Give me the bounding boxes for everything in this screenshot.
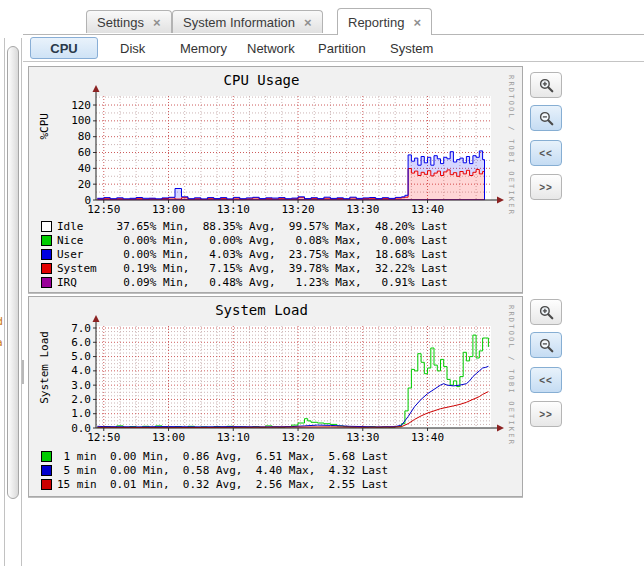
svg-text:13:20: 13:20	[281, 431, 314, 444]
chart-title: System Load	[29, 302, 494, 318]
legend-swatch	[41, 451, 52, 462]
legend-swatch	[41, 249, 52, 260]
close-icon[interactable]: ×	[413, 16, 421, 29]
legend-text: 1 min 0.00 Min, 0.86 Avg, 6.51 Max, 5.68…	[57, 450, 388, 463]
svg-text:4.0: 4.0	[71, 364, 91, 377]
zoom-in-button[interactable]	[530, 72, 562, 98]
svg-text:13:10: 13:10	[217, 203, 250, 216]
scroll-right-button[interactable]: >>	[530, 401, 562, 427]
subtab-bar-border	[23, 61, 644, 62]
rrdtool-credit: RRDTOOL / TOBI OETIKER	[507, 305, 515, 446]
scroll-left-button[interactable]: <<	[530, 140, 562, 166]
tab-settings[interactable]: Settings ×	[86, 10, 172, 33]
legend-row: 5 min 0.00 Min, 0.58 Avg, 4.40 Max, 4.32…	[41, 463, 388, 477]
legend-text: System 0.19% Min, 7.15% Avg, 39.78% Max,…	[57, 262, 448, 275]
svg-text:13:30: 13:30	[346, 431, 379, 444]
svg-text:0: 0	[84, 194, 91, 207]
zoom-in-button[interactable]	[530, 299, 562, 325]
svg-text:100: 100	[71, 114, 91, 127]
zoom-in-icon	[539, 78, 554, 93]
rrdtool-credit: RRDTOOL / TOBI OETIKER	[507, 75, 515, 216]
subtab-disk[interactable]: Disk	[120, 41, 145, 56]
legend-row: Nice 0.00% Min, 0.00% Avg, 0.08% Max, 0.…	[41, 233, 448, 247]
legend-text: User 0.00% Min, 4.03% Avg, 23.75% Max, 1…	[57, 248, 448, 261]
subtab-system[interactable]: System	[390, 41, 433, 56]
svg-text:12:50: 12:50	[87, 203, 120, 216]
legend-row: System 0.19% Min, 7.15% Avg, 39.78% Max,…	[41, 261, 448, 275]
svg-text:13:00: 13:00	[152, 431, 185, 444]
zoom-out-icon	[539, 338, 554, 353]
svg-text:6.0: 6.0	[71, 336, 91, 349]
y-axis-label: System Load	[38, 331, 51, 404]
tab-label: Reporting	[348, 15, 404, 30]
legend-row: 1 min 0.00 Min, 0.86 Avg, 6.51 Max, 5.68…	[41, 449, 388, 463]
legend-swatch	[41, 235, 52, 246]
close-icon[interactable]: ×	[153, 16, 161, 29]
close-icon[interactable]: ×	[304, 16, 312, 29]
legend-row: Idle 37.65% Min, 88.35% Avg, 99.57% Max,…	[41, 219, 448, 233]
reporting-page: d a Settings × System Information × Repo…	[0, 0, 644, 566]
svg-text:2.0: 2.0	[71, 393, 91, 406]
svg-text:13:30: 13:30	[346, 203, 379, 216]
legend-swatch	[41, 465, 52, 476]
zoom-in-icon	[539, 305, 554, 320]
zoom-out-button[interactable]	[530, 332, 562, 358]
svg-text:7.0: 7.0	[71, 322, 91, 335]
scroll-left-button[interactable]: <<	[530, 367, 562, 393]
zoom-out-button[interactable]	[530, 105, 562, 131]
left-scrollbar-thumb[interactable]	[7, 46, 19, 499]
legend-swatch	[41, 221, 52, 232]
legend-row: User 0.00% Min, 4.03% Avg, 23.75% Max, 1…	[41, 247, 448, 261]
legend-text: 5 min 0.00 Min, 0.58 Avg, 4.40 Max, 4.32…	[57, 464, 388, 477]
legend-text: IRQ 0.09% Min, 0.48% Avg, 1.23% Max, 0.9…	[57, 276, 448, 289]
content-left-border	[21, 38, 22, 566]
legend-text: 15 min 0.01 Min, 0.32 Avg, 2.56 Max, 2.5…	[57, 478, 388, 491]
left-panel-border	[4, 38, 5, 566]
cpu-usage-chart: 12:5013:0013:1013:2013:3013:400204060801…	[29, 67, 522, 217]
subtab-network[interactable]: Network	[247, 41, 295, 56]
legend-swatch	[41, 263, 52, 274]
system-load-chart: 12:5013:0013:1013:2013:3013:400.01.02.03…	[29, 297, 522, 447]
cpu-legend: Idle 37.65% Min, 88.35% Avg, 99.57% Max,…	[41, 219, 448, 289]
svg-text:0.0: 0.0	[71, 422, 91, 435]
svg-text:120: 120	[71, 99, 91, 112]
legend-row: IRQ 0.09% Min, 0.48% Avg, 1.23% Max, 0.9…	[41, 275, 448, 289]
clipped-text-fragment: d	[0, 315, 4, 328]
svg-text:5.0: 5.0	[71, 350, 91, 363]
svg-text:3.0: 3.0	[71, 379, 91, 392]
svg-text:60: 60	[78, 146, 91, 159]
svg-text:13:20: 13:20	[281, 203, 314, 216]
system-load-legend: 1 min 0.00 Min, 0.86 Avg, 6.51 Max, 5.68…	[41, 449, 388, 491]
scroll-right-button[interactable]: >>	[530, 174, 562, 200]
zoom-out-icon	[539, 111, 554, 126]
subtab-memory[interactable]: Memory	[180, 41, 227, 56]
legend-swatch	[41, 277, 52, 288]
clipped-text-fragment: a	[0, 336, 4, 349]
splitter-handle[interactable]	[22, 360, 24, 384]
svg-text:20: 20	[78, 178, 91, 191]
system-load-panel: 12:5013:0013:1013:2013:3013:400.01.02.03…	[28, 296, 523, 497]
y-axis-label: %CPU	[38, 113, 51, 140]
svg-text:13:10: 13:10	[217, 431, 250, 444]
svg-text:13:40: 13:40	[411, 431, 444, 444]
subtab-partition[interactable]: Partition	[318, 41, 366, 56]
svg-text:13:40: 13:40	[411, 203, 444, 216]
svg-text:80: 80	[78, 130, 91, 143]
chart-title: CPU Usage	[29, 72, 494, 88]
legend-row: 15 min 0.01 Min, 0.32 Avg, 2.56 Max, 2.5…	[41, 477, 388, 491]
cpu-usage-panel: 12:5013:0013:1013:2013:3013:400204060801…	[28, 66, 523, 293]
tab-bar-border	[23, 34, 644, 35]
svg-text:13:00: 13:00	[152, 203, 185, 216]
legend-swatch	[41, 479, 52, 490]
subtab-cpu[interactable]: CPU	[30, 37, 98, 59]
svg-text:12:50: 12:50	[87, 431, 120, 444]
svg-text:1.0: 1.0	[71, 407, 91, 420]
svg-text:40: 40	[78, 162, 91, 175]
tab-label: System Information	[183, 15, 295, 30]
tab-label: Settings	[97, 15, 144, 30]
tab-reporting[interactable]: Reporting ×	[337, 8, 432, 35]
legend-text: Idle 37.65% Min, 88.35% Avg, 99.57% Max,…	[57, 220, 448, 233]
legend-text: Nice 0.00% Min, 0.00% Avg, 0.08% Max, 0.…	[57, 234, 448, 247]
tab-system-information[interactable]: System Information ×	[172, 10, 323, 33]
